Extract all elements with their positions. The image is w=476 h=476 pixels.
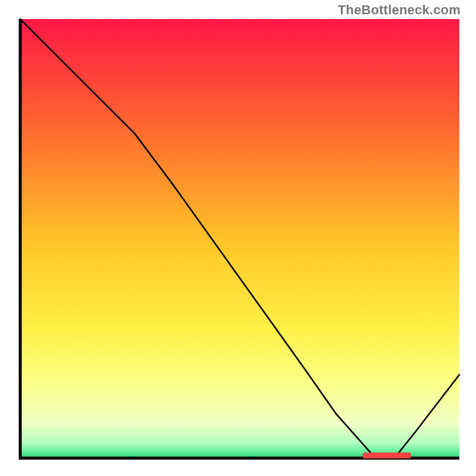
bottleneck-chart <box>0 0 476 476</box>
highlight-marker <box>363 453 411 459</box>
